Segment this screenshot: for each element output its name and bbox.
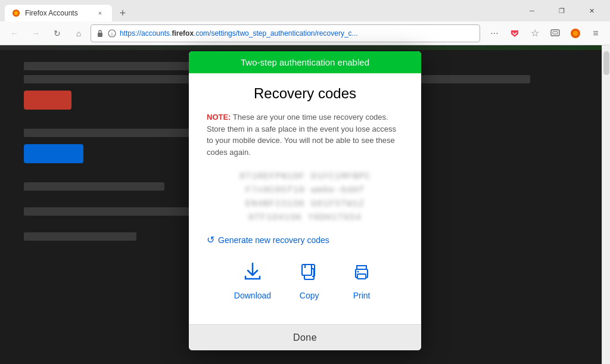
download-label: Download [234, 291, 271, 300]
code-line-1: 8T1REFPN1OF D1FC1MFBPC [207, 170, 403, 183]
restore-button[interactable]: ❐ [548, 0, 575, 21]
copy-label: Copy [300, 291, 319, 300]
svg-text:i: i [111, 31, 113, 37]
bookmark-button[interactable]: ☆ [525, 24, 544, 43]
recovery-codes-area: 8T1REFPN1OF D1FC1MFBPC F7n9C05f10 wm6e-6… [207, 170, 403, 225]
svg-rect-13 [357, 274, 366, 279]
address-bar[interactable]: i https://accounts.firefox.com/settings/… [91, 24, 480, 42]
page-area: Two-step authentication enabled Recovery… [0, 45, 610, 364]
toolbar-icons: ··· ☆ [485, 24, 605, 43]
synced-tabs-button[interactable] [546, 24, 565, 43]
svg-point-9 [573, 31, 578, 36]
menu-button[interactable]: ≡ [586, 24, 605, 43]
copy-icon [295, 257, 323, 286]
svg-point-2 [15, 12, 17, 14]
title-bar: Firefox Accounts × + ─ ❐ ✕ [0, 0, 610, 21]
svg-rect-7 [553, 32, 558, 34]
modal-dialog: Two-step authentication enabled Recovery… [189, 51, 421, 350]
new-tab-button[interactable]: + [114, 5, 131, 21]
print-button[interactable]: Print [347, 257, 376, 300]
code-line-4: 0TF1O41SK Y0DH1TG54 [207, 211, 403, 225]
modal-title: Recovery codes [207, 85, 403, 102]
download-button[interactable]: Download [234, 257, 271, 300]
reload-button[interactable]: ↻ [48, 24, 67, 43]
generate-link-label: Generate new recovery codes [218, 235, 329, 245]
copy-button[interactable]: Copy [295, 257, 323, 300]
svg-point-14 [357, 271, 359, 273]
nav-bar: ← → ↻ ⌂ i https://accounts.firefox.com/s… [0, 21, 610, 45]
pocket-button[interactable] [505, 24, 524, 43]
svg-rect-3 [98, 33, 102, 37]
minimize-button[interactable]: ─ [518, 0, 546, 21]
forward-button[interactable]: → [26, 24, 45, 43]
note-body: These are your one time use recovery cod… [207, 113, 396, 157]
generate-new-codes-link[interactable]: ↺ Generate new recovery codes [207, 234, 403, 245]
close-button[interactable]: ✕ [578, 0, 605, 21]
download-icon [238, 257, 267, 286]
print-icon [347, 257, 376, 286]
browser-chrome: Firefox Accounts × + ─ ❐ ✕ ← → ↻ ⌂ i [0, 0, 610, 45]
code-line-2: F7n9C05f10 wm6e-6d0f [207, 183, 403, 197]
note-label: NOTE: [207, 113, 231, 122]
lock-icon [96, 29, 104, 38]
back-button[interactable]: ← [5, 24, 24, 43]
modal-overlay: Two-step authentication enabled Recovery… [0, 45, 610, 364]
window-controls: ─ ❐ ✕ [518, 0, 605, 21]
modal-body: Recovery codes NOTE: These are your one … [189, 73, 421, 324]
tab-area: Firefox Accounts × + [5, 0, 511, 21]
firefox-account-button[interactable] [566, 24, 585, 43]
url-display: https://accounts.firefox.com/settings/tw… [120, 29, 475, 38]
tab-title: Firefox Accounts [25, 9, 78, 17]
tab-close-button[interactable]: × [95, 8, 105, 18]
code-line-3: EN4BF231SK G01F5TW1Z [207, 197, 403, 211]
info-icon: i [108, 29, 116, 38]
done-button[interactable]: Done [189, 324, 421, 350]
auth-enabled-banner: Two-step authentication enabled [189, 51, 421, 73]
note-paragraph: NOTE: These are your one time use recove… [207, 111, 403, 158]
action-buttons-row: Download Copy [207, 257, 403, 300]
svg-rect-11 [302, 265, 312, 275]
more-tools-button[interactable]: ··· [485, 24, 504, 43]
refresh-icon: ↺ [207, 234, 214, 245]
svg-rect-6 [551, 30, 559, 36]
print-label: Print [353, 291, 371, 300]
tab-favicon [12, 9, 20, 17]
active-tab[interactable]: Firefox Accounts × [5, 5, 112, 21]
home-button[interactable]: ⌂ [69, 24, 88, 43]
